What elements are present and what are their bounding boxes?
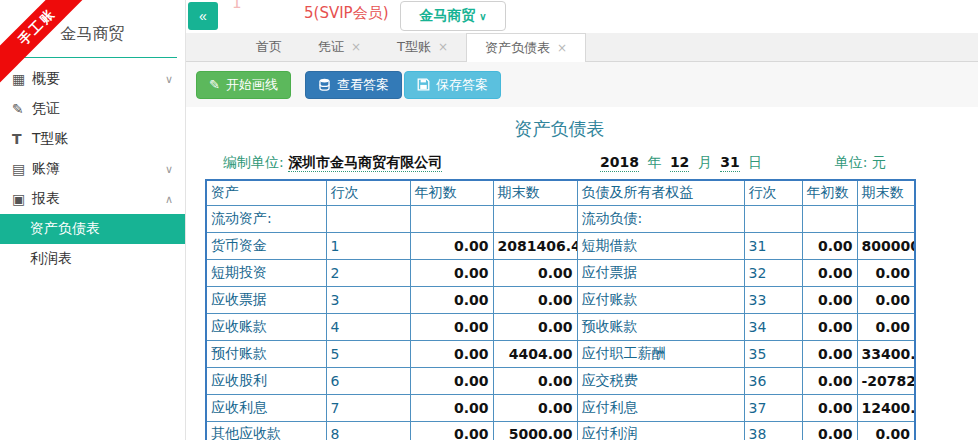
value-cell[interactable]: 33400.0 — [857, 340, 915, 367]
sidebar-subitem-资产负债表[interactable]: 资产负债表 — [0, 214, 185, 244]
file-icon: ▤ — [12, 161, 32, 177]
pencil-icon: ✎ — [209, 77, 220, 92]
value-cell[interactable]: 0.00 — [410, 421, 493, 440]
account-label-cell: 短期投资 — [206, 259, 326, 286]
column-header: 行次 — [744, 180, 802, 205]
value-cell[interactable]: 0.00 — [857, 286, 915, 313]
close-icon[interactable]: × — [351, 40, 361, 54]
value-cell[interactable]: 0.00 — [802, 367, 857, 394]
value-cell[interactable] — [802, 205, 857, 232]
value-cell[interactable]: 800000. — [857, 232, 915, 259]
value-cell[interactable]: 0.00 — [410, 313, 493, 340]
save-icon — [417, 78, 430, 91]
value-cell[interactable]: 0.00 — [802, 259, 857, 286]
balance-sheet-table: 资产行次年初数期末数负债及所有者权益行次年初数期末数 流动资产:流动负债:货币资… — [205, 179, 916, 440]
table-row: 应收股利60.000.00应交税费360.00-207822 — [206, 367, 915, 394]
line-number-cell: 5 — [326, 340, 410, 367]
company-dropdown-label: 金马商贸 — [419, 7, 475, 23]
value-cell[interactable] — [857, 205, 915, 232]
value-cell[interactable]: 0.00 — [410, 367, 493, 394]
app-window: 手工账 金马商贸 ▦概要∨✎凭证TT型账▤账簿∨▣报表∧ 资产负债表利润表 « … — [0, 0, 978, 440]
start-drawing-button[interactable]: ✎ 开始画线 — [196, 71, 291, 99]
sidebar-item-凭证[interactable]: ✎凭证 — [0, 94, 185, 124]
value-cell[interactable]: 0.00 — [410, 232, 493, 259]
value-cell[interactable]: 0.00 — [410, 286, 493, 313]
table-row: 短期投资20.000.00应付票据320.000.00 — [206, 259, 915, 286]
value-cell[interactable]: 0.00 — [857, 259, 915, 286]
value-cell[interactable]: 4404.00 — [493, 340, 577, 367]
year-field[interactable]: 2018 — [600, 154, 639, 172]
tab-凭证[interactable]: 凭证× — [300, 33, 379, 61]
value-cell[interactable]: 0.00 — [802, 421, 857, 440]
chevron-down-icon: ∨ — [479, 11, 486, 22]
company-name-field[interactable]: 深圳市金马商贸有限公司 — [288, 154, 442, 172]
value-cell[interactable] — [410, 205, 493, 232]
account-label-cell: 应交税费 — [577, 367, 744, 394]
line-number-cell: 36 — [744, 367, 802, 394]
sidebar-submenu: 资产负债表利润表 — [0, 214, 185, 274]
month-label: 月 — [698, 154, 712, 170]
save-answer-button[interactable]: 保存答案 — [404, 71, 501, 99]
sidebar-item-概要[interactable]: ▦概要∨ — [0, 64, 185, 94]
value-cell[interactable]: 0.00 — [802, 394, 857, 421]
value-cell[interactable]: 0.00 — [493, 394, 577, 421]
account-label-cell: 应付利润 — [577, 421, 744, 440]
view-answer-button[interactable]: 查看答案 — [305, 71, 402, 99]
day-label: 日 — [748, 154, 762, 170]
sidebar-item-报表[interactable]: ▣报表∧ — [0, 184, 185, 214]
tab-label: T型账 — [397, 38, 431, 56]
value-cell[interactable]: 0.00 — [410, 394, 493, 421]
start-drawing-label: 开始画线 — [226, 76, 278, 94]
value-cell[interactable]: 2081406.40 — [493, 232, 577, 259]
close-icon[interactable]: × — [438, 40, 448, 54]
line-number-cell: 34 — [744, 313, 802, 340]
value-cell[interactable]: 0.00 — [493, 367, 577, 394]
month-field[interactable]: 12 — [670, 154, 689, 172]
sidebar-item-T型账[interactable]: TT型账 — [0, 124, 185, 154]
close-icon[interactable]: × — [557, 41, 567, 55]
value-cell[interactable]: 0.00 — [493, 313, 577, 340]
sidebar-item-账簿[interactable]: ▤账簿∨ — [0, 154, 185, 184]
value-cell[interactable]: 0.00 — [857, 421, 915, 440]
value-cell[interactable]: 0.00 — [802, 286, 857, 313]
line-number-cell: 35 — [744, 340, 802, 367]
account-label-cell: 短期借款 — [577, 232, 744, 259]
tab-T型账[interactable]: T型账× — [379, 33, 466, 61]
sidebar-divider — [8, 57, 177, 58]
company-dropdown-button[interactable]: 金马商贸 ∨ — [400, 1, 506, 31]
value-cell[interactable]: 0.00 — [493, 259, 577, 286]
value-cell[interactable]: 0.00 — [493, 286, 577, 313]
table-row: 应收票据30.000.00应付账款330.000.00 — [206, 286, 915, 313]
value-cell[interactable]: 0.00 — [802, 313, 857, 340]
tab-资产负债表[interactable]: 资产负债表× — [466, 33, 586, 62]
line-number-cell: 37 — [744, 394, 802, 421]
column-header: 期末数 — [493, 180, 577, 205]
sidebar-subitem-利润表[interactable]: 利润表 — [0, 244, 185, 274]
line-number-cell — [744, 205, 802, 232]
value-cell[interactable]: 0.00 — [802, 340, 857, 367]
sidebar-item-label: T型账 — [32, 130, 173, 148]
day-field[interactable]: 31 — [720, 154, 739, 172]
value-cell[interactable]: 12400.0 — [857, 394, 915, 421]
tab-首页[interactable]: 首页 — [238, 33, 300, 61]
line-number-cell: 7 — [326, 394, 410, 421]
value-cell[interactable]: 0.00 — [802, 232, 857, 259]
account-label-cell: 应收账款 — [206, 313, 326, 340]
grid-icon: ▦ — [12, 71, 32, 87]
line-number-cell: 4 — [326, 313, 410, 340]
account-label-cell: 预付账款 — [206, 340, 326, 367]
value-cell[interactable]: 0.00 — [410, 259, 493, 286]
table-header-row: 资产行次年初数期末数负债及所有者权益行次年初数期末数 — [206, 180, 915, 205]
line-number-cell: 38 — [744, 421, 802, 440]
account-label-cell: 预收账款 — [577, 313, 744, 340]
value-cell[interactable] — [493, 205, 577, 232]
account-label-cell: 货币资金 — [206, 232, 326, 259]
value-cell[interactable]: -207822 — [857, 367, 915, 394]
value-cell[interactable]: 0.00 — [410, 340, 493, 367]
t-icon: T — [12, 131, 32, 147]
account-label-cell: 流动资产: — [206, 205, 326, 232]
value-cell[interactable]: 5000.00 — [493, 421, 577, 440]
value-cell[interactable]: 0.00 — [857, 313, 915, 340]
svip-member-label: 5(SVIP会员) — [304, 4, 389, 23]
sidebar-collapse-button[interactable]: « — [188, 2, 218, 30]
